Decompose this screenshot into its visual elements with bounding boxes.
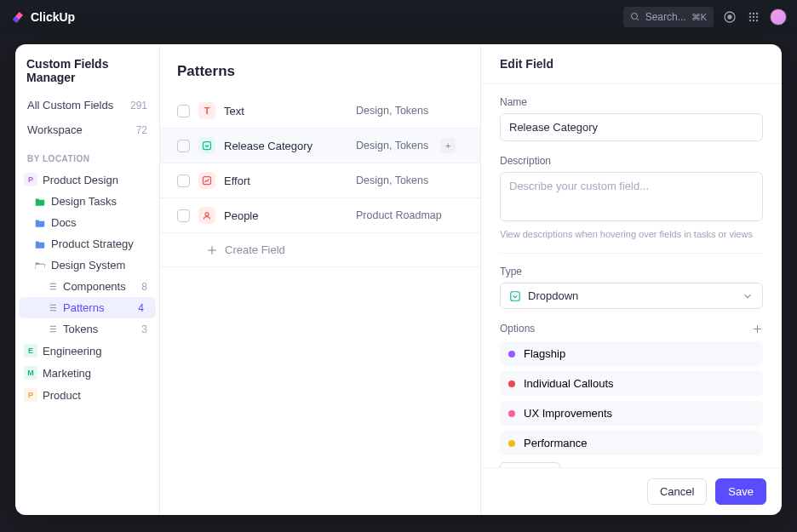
divider [500,253,763,254]
brand-name: ClickUp [31,10,75,24]
cancel-button[interactable]: Cancel [647,478,707,505]
plus-icon [206,244,218,256]
description-hint: View descriptions when hovering over fie… [500,229,763,239]
space-item[interactable]: MMarketing [15,362,159,384]
option-color-dot [508,440,515,447]
dropdown-option[interactable]: UX Improvements [500,401,763,426]
option-label: Flagship [524,347,565,360]
dropdown-option[interactable]: Individual Callouts [500,371,763,396]
name-input[interactable] [500,113,763,141]
option-label: UX Improvements [524,407,612,420]
page-title: Patterns [160,44,480,94]
svg-point-8 [753,16,754,18]
dropdown-option[interactable]: Flagship [500,341,763,366]
row-checkbox[interactable] [177,174,190,187]
add-option-plus-icon[interactable] [752,323,763,335]
space-badge: P [24,388,37,402]
row-checkbox[interactable] [177,140,190,152]
search-placeholder: Search... [645,11,686,23]
description-label: Description [500,155,763,167]
svg-line-1 [636,19,639,21]
folder-icon [34,217,46,229]
type-label: Type [500,266,763,277]
space-badge: P [24,173,37,186]
space-item[interactable]: EEngineering [15,340,159,362]
field-locations: Design, Tokens [356,140,428,152]
apps-grid-icon[interactable] [746,9,761,25]
field-name: Text [224,105,347,117]
name-label: Name [500,96,763,108]
folder-item[interactable]: Design System [15,255,159,276]
list-item[interactable]: Tokens3 [15,318,159,340]
save-button[interactable]: Save [715,478,766,505]
row-checkbox[interactable] [177,209,190,222]
folder-item[interactable]: Product Strategy [15,233,159,255]
space-item[interactable]: PProduct Design [15,169,159,191]
folder-icon [34,238,46,250]
space-item[interactable]: PProduct [15,384,159,406]
top-bar: ClickUp Search... ⌘K [0,0,797,34]
chevron-down-icon [742,290,754,302]
option-label: Performance [524,437,587,449]
options-label: Options [500,323,535,335]
search-shortcut: ⌘K [691,12,707,23]
folder-open-icon [34,260,46,272]
svg-point-33 [205,213,209,216]
space-badge: E [24,344,37,358]
svg-point-10 [749,20,751,21]
sidebar-section-label: BY LOCATION [15,142,159,169]
field-row[interactable]: T Text Design, Tokens [160,94,480,129]
folder-icon [34,196,46,208]
type-select[interactable]: Dropdown [500,283,763,309]
svg-point-7 [749,16,751,18]
custom-fields-modal: Custom Fields Manager All Custom Fields … [15,44,782,515]
list-icon [46,323,58,335]
record-icon[interactable] [722,9,737,25]
list-icon [46,302,58,314]
more-locations-badge[interactable]: + [440,138,456,153]
svg-point-9 [756,16,758,18]
list-icon [46,281,58,293]
field-name: People [224,209,347,222]
field-locations: Design, Tokens [356,105,428,117]
description-input[interactable] [500,172,763,221]
global-search[interactable]: Search... ⌘K [623,7,714,27]
svg-point-4 [749,13,751,14]
field-type-icon [198,172,215,189]
fields-table: T Text Design, Tokens Release Category D… [160,94,480,233]
list-item[interactable]: Components8 [15,276,159,297]
svg-point-5 [753,13,754,14]
svg-point-0 [631,14,637,20]
space-badge: M [24,366,37,380]
svg-point-3 [728,15,731,19]
field-name: Effort [224,174,347,187]
field-row[interactable]: People Product Roadmap [160,198,480,233]
field-name: Release Category [224,140,347,152]
svg-point-6 [756,13,758,14]
field-locations: Design, Tokens [356,174,428,186]
panel-title: Edit Field [481,44,782,84]
svg-point-11 [753,20,754,21]
svg-rect-31 [204,142,211,150]
folder-item[interactable]: Docs [15,212,159,233]
option-color-dot [508,380,515,387]
main-panel: Patterns T Text Design, Tokens Release C… [160,44,480,515]
folder-item[interactable]: Design Tasks [15,191,159,212]
field-locations: Product Roadmap [356,209,442,221]
option-color-dot [508,410,515,417]
field-type-icon: T [198,102,215,119]
dropdown-option[interactable]: Performance [500,431,763,455]
option-label: Individual Callouts [524,377,614,390]
user-avatar[interactable] [770,9,787,26]
list-item[interactable]: Patterns4 [19,297,156,318]
create-field-button[interactable]: Create Field [160,233,480,267]
field-row[interactable]: Effort Design, Tokens [160,163,480,198]
sidebar: Custom Fields Manager All Custom Fields … [15,44,160,515]
field-type-icon [198,207,215,224]
row-checkbox[interactable] [177,105,190,117]
modal-backdrop: Custom Fields Manager All Custom Fields … [0,34,797,532]
field-row[interactable]: Release Category Design, Tokens + [160,129,480,163]
sidebar-workspace[interactable]: Workspace 72 [15,117,159,142]
sidebar-all-fields[interactable]: All Custom Fields 291 [15,93,159,117]
svg-point-12 [756,20,758,21]
